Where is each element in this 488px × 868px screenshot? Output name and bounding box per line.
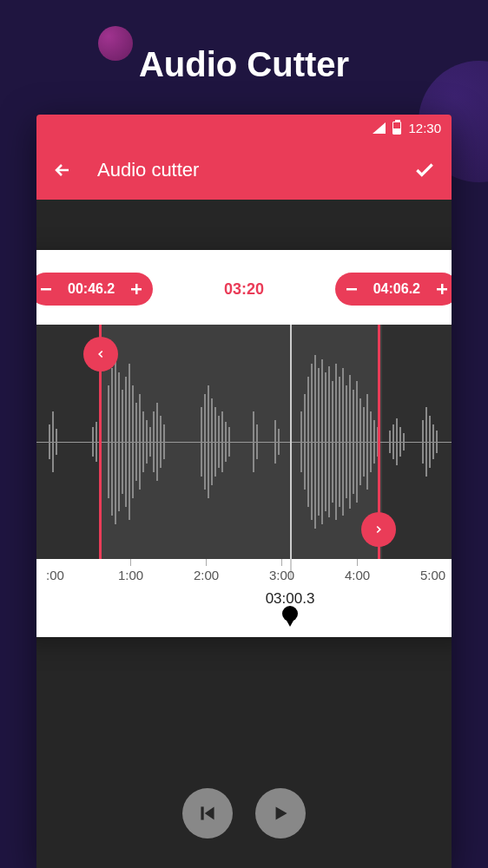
svg-rect-70	[399, 427, 401, 457]
signal-icon	[373, 122, 386, 134]
svg-rect-26	[149, 427, 151, 457]
svg-rect-28	[156, 403, 158, 481]
svg-rect-38	[225, 422, 227, 462]
app-bar-title: Audio cutter	[97, 159, 413, 181]
chevron-right-icon	[373, 523, 385, 536]
time-ruler: :00 1:00 2:00 3:00 4:00 5:00	[36, 559, 452, 587]
svg-rect-46	[307, 377, 309, 507]
start-time-value: 00:46.2	[61, 281, 122, 297]
svg-rect-32	[204, 394, 206, 490]
svg-rect-35	[214, 407, 216, 477]
svg-rect-3	[346, 288, 357, 291]
svg-rect-67	[389, 431, 391, 453]
svg-rect-72	[422, 420, 424, 464]
skip-previous-icon	[196, 802, 219, 825]
previous-button[interactable]	[182, 788, 233, 838]
svg-rect-76	[436, 431, 438, 453]
svg-rect-17	[118, 372, 120, 511]
svg-rect-62	[363, 407, 365, 477]
status-bar: 12:30	[36, 115, 452, 141]
end-increment-button[interactable]	[431, 278, 452, 300]
svg-rect-42	[274, 420, 276, 464]
start-decrement-button[interactable]	[36, 278, 57, 300]
ruler-tick: 1:00	[93, 568, 168, 587]
svg-rect-74	[429, 416, 431, 468]
svg-rect-57	[346, 385, 347, 498]
playhead-marker-icon[interactable]	[282, 613, 298, 627]
svg-rect-12	[92, 427, 94, 457]
svg-rect-60	[356, 381, 358, 503]
svg-rect-63	[366, 394, 368, 490]
svg-rect-25	[146, 420, 148, 464]
svg-rect-31	[201, 407, 202, 477]
svg-rect-22	[135, 403, 137, 481]
svg-rect-75	[432, 424, 434, 459]
svg-rect-68	[392, 424, 394, 459]
svg-rect-51	[325, 372, 326, 511]
svg-rect-30	[163, 424, 165, 459]
plus-icon	[435, 282, 449, 296]
svg-rect-80	[201, 806, 203, 819]
trim-end-handle[interactable]	[378, 325, 380, 559]
svg-rect-21	[132, 385, 134, 498]
play-icon	[269, 802, 292, 825]
time-controls-row: 00:46.2 03:20 04:06.2	[36, 250, 452, 325]
playback-controls	[36, 788, 452, 838]
confirm-button[interactable]	[413, 159, 436, 181]
svg-rect-43	[278, 429, 280, 455]
svg-rect-24	[142, 411, 144, 472]
svg-rect-48	[314, 355, 316, 529]
ruler-tick: 2:00	[168, 568, 244, 587]
plus-icon	[129, 282, 143, 296]
play-button[interactable]	[255, 788, 306, 838]
svg-rect-18	[122, 390, 123, 494]
back-button[interactable]	[52, 160, 73, 181]
svg-rect-36	[218, 416, 220, 468]
svg-rect-56	[342, 368, 344, 516]
end-decrement-button[interactable]	[340, 278, 363, 300]
svg-rect-61	[359, 398, 361, 485]
svg-rect-37	[221, 411, 223, 472]
ruler-tick: 3:00	[244, 568, 320, 587]
ruler-tick: :00	[36, 568, 93, 587]
selection-duration: 03:20	[224, 280, 264, 299]
svg-rect-13	[96, 422, 97, 462]
svg-rect-55	[339, 377, 340, 507]
svg-rect-29	[160, 416, 162, 468]
svg-rect-2	[135, 284, 138, 294]
svg-rect-53	[332, 381, 333, 503]
svg-rect-44	[300, 411, 302, 472]
end-time-control: 04:06.2	[335, 273, 452, 306]
ruler-tick: 4:00	[320, 568, 395, 587]
svg-rect-10	[52, 411, 54, 472]
phone-frame: 12:30 Audio cutter 00:46.2	[36, 115, 452, 868]
trim-start-knob[interactable]	[83, 337, 118, 372]
trim-start-handle[interactable]	[99, 325, 102, 559]
svg-rect-14	[108, 385, 109, 498]
svg-rect-19	[125, 377, 127, 507]
playhead-time: 03:00.3	[60, 590, 452, 608]
svg-rect-49	[318, 368, 320, 516]
status-time: 12:30	[408, 121, 441, 135]
svg-rect-54	[335, 364, 337, 520]
svg-rect-73	[425, 407, 427, 477]
battery-icon	[392, 122, 401, 135]
svg-rect-52	[328, 366, 330, 517]
playhead-line[interactable]	[290, 325, 292, 580]
svg-rect-15	[111, 368, 113, 516]
svg-rect-20	[129, 364, 130, 520]
svg-rect-27	[153, 411, 155, 472]
svg-rect-23	[139, 394, 141, 490]
svg-rect-39	[228, 427, 230, 457]
svg-rect-45	[304, 394, 306, 490]
check-icon	[413, 159, 436, 181]
editor-card: 00:46.2 03:20 04:06.2	[36, 250, 452, 637]
trim-end-knob[interactable]	[361, 512, 396, 547]
start-increment-button[interactable]	[125, 278, 148, 300]
end-time-value: 04:06.2	[366, 281, 427, 297]
app-bar: Audio cutter	[36, 141, 452, 200]
svg-rect-9	[49, 424, 50, 459]
svg-rect-33	[208, 385, 209, 498]
waveform-area[interactable]	[36, 325, 452, 559]
minus-icon	[345, 282, 359, 296]
